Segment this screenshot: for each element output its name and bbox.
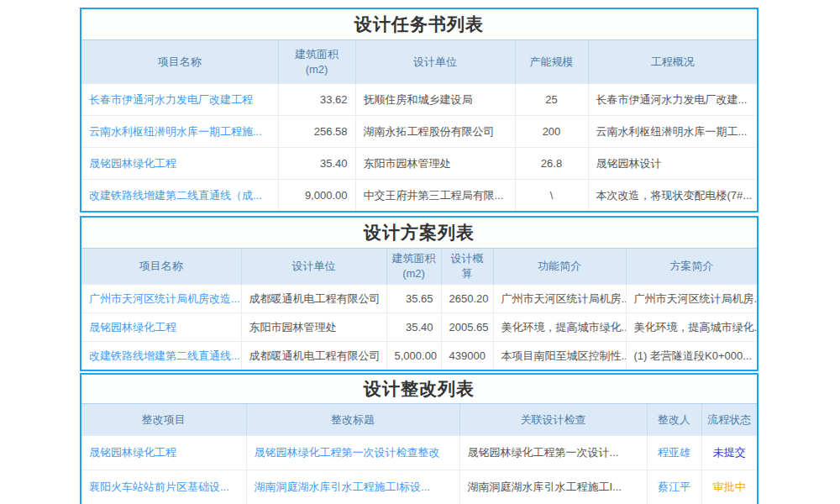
rectify-title-link[interactable]: 湖南洞庭湖水库引水工程施工I标设... — [246, 470, 459, 504]
col-header-building-area: 建筑面积 (m2) — [278, 40, 355, 84]
col-header-function-brief: 功能简介 — [493, 249, 626, 285]
project-overview-cell: 长春市伊通河水力发电厂改建... — [588, 84, 757, 116]
project-name-link[interactable]: 广州市天河区统计局机房改造... — [81, 285, 241, 313]
design-estimate-cell: 2650.20 — [441, 285, 493, 313]
table-row: 云南水利枢纽潜明水库一期工程施... 256.58 湖南永拓工程股份有限公司 2… — [81, 116, 757, 148]
building-area-cell: 35.40 — [386, 313, 441, 342]
col-header-rectifier: 整改人 — [647, 404, 701, 436]
table-row: 晟铭园林绿化工程 35.40 东阳市园林管理处 26.8 晟铭园林设计 — [81, 148, 757, 180]
scheme-brief-cell: 美化环境，提高城市绿化... — [626, 313, 757, 342]
design-scheme-list-panel: 设计方案列表 项目名称 设计单位 建筑面积 (m2) 设计概算 功能简介 方案简… — [80, 216, 759, 371]
function-brief-cell: 美化环境，提高城市绿化... — [493, 313, 626, 342]
project-name-link[interactable]: 晟铭园林绿化工程 — [81, 313, 241, 342]
related-design-check-cell: 湖南洞庭湖水库引水工程施工I... — [459, 470, 647, 504]
function-brief-cell: 广州市天河区统计局机房... — [493, 285, 626, 313]
col-header-building-area: 建筑面积 (m2) — [386, 249, 441, 285]
rectify-project-link[interactable]: 晟铭园林绿化工程 — [81, 436, 246, 470]
scheme-brief-cell: (1) 老营隧道段K0+000... — [626, 342, 757, 370]
capacity-scale-cell: 26.8 — [515, 148, 588, 180]
col-header-project-name: 项目名称 — [81, 249, 241, 285]
header-row: 整改项目 整改标题 关联设计检查 整改人 流程状态 — [81, 404, 757, 436]
related-design-check-cell: 晟铭园林绿化工程第一次设计... — [459, 436, 647, 470]
project-name-link[interactable]: 长春市伊通河水力发电厂改建工程 — [81, 84, 278, 116]
flow-status-badge: 审批中 — [701, 470, 757, 504]
header-row: 项目名称 建筑面积 (m2) 设计单位 产能规模 工程概况 — [81, 40, 757, 84]
rectify-title-link[interactable]: 晟铭园林绿化工程第一次设计检查整改 — [246, 436, 459, 470]
design-unit-cell: 成都暖通机电工程有限公司 — [241, 285, 386, 313]
project-overview-cell: 晟铭园林设计 — [588, 148, 757, 180]
col-header-rectify-title: 整改标题 — [246, 404, 459, 436]
design-unit-cell: 湖南永拓工程股份有限公司 — [355, 116, 515, 148]
capacity-scale-cell: \ — [515, 180, 588, 212]
rectify-project-link[interactable]: 襄阳火车站站前片区基础设... — [81, 470, 246, 504]
project-name-link[interactable]: 晟铭园林绿化工程 — [81, 148, 278, 180]
col-header-project-overview: 工程概况 — [588, 40, 757, 84]
design-task-list-title: 设计任务书列表 — [81, 9, 757, 40]
table-row: 广州市天河区统计局机房改造... 成都暖通机电工程有限公司 35.65 2650… — [81, 285, 757, 313]
design-rectify-list-panel: 设计整改列表 整改项目 整改标题 关联设计检查 整改人 流程状态 晟铭园林绿化工… — [80, 373, 759, 504]
col-header-design-unit: 设计单位 — [241, 249, 386, 285]
design-unit-cell: 成都暖通机电工程有限公司 — [241, 342, 386, 370]
col-header-capacity-scale: 产能规模 — [515, 40, 588, 84]
project-overview-cell: 云南水利枢纽潜明水库一期工... — [588, 116, 757, 148]
building-area-cell: 5,000.00 — [386, 342, 441, 370]
table-row: 改建铁路线增建第二线直通线... 成都暖通机电工程有限公司 5,000.00 4… — [81, 342, 757, 370]
capacity-scale-cell: 25 — [515, 84, 588, 116]
design-unit-cell: 东阳市园林管理处 — [355, 148, 515, 180]
design-estimate-cell: 439000 — [441, 342, 493, 370]
table-row: 晟铭园林绿化工程 东阳市园林管理处 35.40 2005.65 美化环境，提高城… — [81, 313, 757, 342]
design-rectify-list-title: 设计整改列表 — [81, 375, 757, 404]
flow-status-badge: 未提交 — [701, 436, 757, 470]
capacity-scale-cell: 200 — [515, 116, 588, 148]
table-row: 改建铁路线增建第二线直通线（成... 9,000.00 中交王府井第三工程局有限… — [81, 180, 757, 212]
function-brief-cell: 本项目南阳至城区控制性... — [493, 342, 626, 370]
building-area-cell: 35.65 — [386, 285, 441, 313]
design-unit-cell: 东阳市园林管理处 — [241, 313, 386, 342]
rectifier-link[interactable]: 蔡江平 — [647, 470, 701, 504]
header-row: 项目名称 设计单位 建筑面积 (m2) 设计概算 功能简介 方案简介 — [81, 249, 757, 285]
table-row: 晟铭园林绿化工程 晟铭园林绿化工程第一次设计检查整改 晟铭园林绿化工程第一次设计… — [81, 436, 757, 470]
table-row: 襄阳火车站站前片区基础设... 湖南洞庭湖水库引水工程施工I标设... 湖南洞庭… — [81, 470, 757, 504]
col-header-project-name: 项目名称 — [81, 40, 278, 84]
building-area-cell: 33.62 — [278, 84, 355, 116]
project-name-link[interactable]: 改建铁路线增建第二线直通线... — [81, 342, 241, 370]
project-overview-cell: 本次改造，将现状变配电楼(7#... — [588, 180, 757, 212]
col-header-scheme-brief: 方案简介 — [626, 249, 757, 285]
building-area-cell: 256.58 — [278, 116, 355, 148]
project-name-link[interactable]: 改建铁路线增建第二线直通线（成... — [81, 180, 278, 212]
building-area-cell: 35.40 — [278, 148, 355, 180]
design-rectify-table: 整改项目 整改标题 关联设计检查 整改人 流程状态 晟铭园林绿化工程 晟铭园林绿… — [81, 404, 757, 504]
building-area-cell: 9,000.00 — [278, 180, 355, 212]
project-name-link[interactable]: 云南水利枢纽潜明水库一期工程施... — [81, 116, 278, 148]
design-task-table: 项目名称 建筑面积 (m2) 设计单位 产能规模 工程概况 长春市伊通河水力发电… — [81, 40, 757, 211]
col-header-related-design-check: 关联设计检查 — [459, 404, 647, 436]
design-unit-cell: 抚顺住房和城乡建设局 — [355, 84, 515, 116]
col-header-rectify-project: 整改项目 — [81, 404, 246, 436]
col-header-design-unit: 设计单位 — [355, 40, 515, 84]
design-task-list-panel: 设计任务书列表 项目名称 建筑面积 (m2) 设计单位 产能规模 工程概况 长春… — [80, 8, 759, 213]
col-header-flow-status: 流程状态 — [701, 404, 757, 436]
table-row: 长春市伊通河水力发电厂改建工程 33.62 抚顺住房和城乡建设局 25 长春市伊… — [81, 84, 757, 116]
design-scheme-table: 项目名称 设计单位 建筑面积 (m2) 设计概算 功能简介 方案简介 广州市天河… — [81, 249, 757, 370]
design-scheme-list-title: 设计方案列表 — [81, 218, 757, 249]
scheme-brief-cell: 广州市天河区统计局机房... — [626, 285, 757, 313]
rectifier-link[interactable]: 程亚雄 — [647, 436, 701, 470]
design-estimate-cell: 2005.65 — [441, 313, 493, 342]
col-header-design-estimate: 设计概算 — [441, 249, 493, 285]
design-unit-cell: 中交王府井第三工程局有限... — [355, 180, 515, 212]
